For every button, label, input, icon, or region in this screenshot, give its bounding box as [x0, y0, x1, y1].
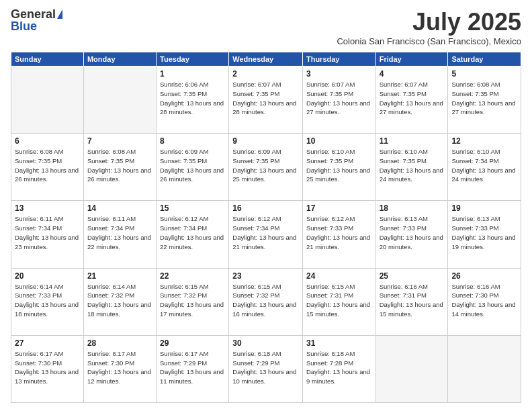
day-number: 17	[306, 203, 372, 213]
calendar-cell: 26Sunrise: 6:16 AM Sunset: 7:30 PM Dayli…	[448, 268, 521, 335]
day-number: 6	[15, 136, 80, 146]
calendar-cell: 8Sunrise: 6:09 AM Sunset: 7:35 PM Daylig…	[157, 134, 229, 201]
day-info: Sunrise: 6:13 AM Sunset: 7:33 PM Dayligh…	[451, 214, 517, 251]
calendar-cell: 7Sunrise: 6:08 AM Sunset: 7:35 PM Daylig…	[83, 134, 156, 201]
calendar-cell: 2Sunrise: 6:07 AM Sunset: 7:35 PM Daylig…	[229, 66, 303, 134]
day-info: Sunrise: 6:16 AM Sunset: 7:31 PM Dayligh…	[380, 282, 445, 319]
day-info: Sunrise: 6:15 AM Sunset: 7:32 PM Dayligh…	[232, 282, 299, 319]
day-number: 2	[232, 69, 299, 79]
calendar-header-row: Sunday Monday Tuesday Wednesday Thursday…	[11, 52, 521, 66]
day-number: 18	[380, 203, 445, 213]
calendar-cell: 27Sunrise: 6:17 AM Sunset: 7:30 PM Dayli…	[11, 335, 84, 402]
day-number: 28	[87, 338, 152, 348]
day-info: Sunrise: 6:14 AM Sunset: 7:33 PM Dayligh…	[15, 282, 80, 319]
calendar-cell: 17Sunrise: 6:12 AM Sunset: 7:33 PM Dayli…	[302, 201, 375, 268]
day-number: 16	[232, 203, 299, 213]
day-info: Sunrise: 6:07 AM Sunset: 7:35 PM Dayligh…	[232, 80, 299, 117]
day-info: Sunrise: 6:17 AM Sunset: 7:30 PM Dayligh…	[15, 349, 80, 386]
calendar-cell: 19Sunrise: 6:13 AM Sunset: 7:33 PM Dayli…	[448, 201, 521, 268]
col-sunday: Sunday	[11, 52, 84, 66]
calendar-cell	[83, 66, 156, 134]
day-info: Sunrise: 6:18 AM Sunset: 7:29 PM Dayligh…	[232, 349, 299, 386]
calendar-cell: 14Sunrise: 6:11 AM Sunset: 7:34 PM Dayli…	[83, 201, 156, 268]
day-info: Sunrise: 6:17 AM Sunset: 7:29 PM Dayligh…	[160, 349, 225, 386]
col-saturday: Saturday	[448, 52, 521, 66]
header: General Blue July 2025 Colonia San Franc…	[11, 8, 521, 46]
logo: General Blue	[11, 8, 62, 32]
calendar-week-row: 13Sunrise: 6:11 AM Sunset: 7:34 PM Dayli…	[11, 201, 521, 268]
day-info: Sunrise: 6:17 AM Sunset: 7:30 PM Dayligh…	[87, 349, 152, 386]
calendar-table: Sunday Monday Tuesday Wednesday Thursday…	[11, 52, 521, 403]
day-number: 12	[451, 136, 517, 146]
calendar-cell: 30Sunrise: 6:18 AM Sunset: 7:29 PM Dayli…	[229, 335, 303, 402]
calendar-cell: 25Sunrise: 6:16 AM Sunset: 7:31 PM Dayli…	[375, 268, 448, 335]
calendar-cell: 31Sunrise: 6:18 AM Sunset: 7:28 PM Dayli…	[302, 335, 375, 402]
day-number: 9	[232, 136, 299, 146]
calendar-cell: 11Sunrise: 6:10 AM Sunset: 7:35 PM Dayli…	[375, 134, 448, 201]
day-info: Sunrise: 6:11 AM Sunset: 7:34 PM Dayligh…	[15, 214, 80, 251]
day-number: 30	[232, 338, 299, 348]
day-info: Sunrise: 6:14 AM Sunset: 7:32 PM Dayligh…	[87, 282, 152, 319]
day-number: 3	[306, 69, 372, 79]
day-number: 15	[160, 203, 225, 213]
calendar-cell: 20Sunrise: 6:14 AM Sunset: 7:33 PM Dayli…	[11, 268, 84, 335]
calendar-cell: 3Sunrise: 6:07 AM Sunset: 7:35 PM Daylig…	[302, 66, 375, 134]
day-info: Sunrise: 6:10 AM Sunset: 7:35 PM Dayligh…	[306, 147, 372, 184]
day-number: 31	[306, 338, 372, 348]
subtitle: Colonia San Francisco (San Francisco), M…	[337, 36, 521, 46]
day-number: 5	[451, 69, 517, 79]
calendar-cell: 18Sunrise: 6:13 AM Sunset: 7:33 PM Dayli…	[375, 201, 448, 268]
page: General Blue July 2025 Colonia San Franc…	[0, 0, 532, 411]
logo-triangle-icon	[57, 9, 62, 19]
day-number: 26	[451, 271, 517, 281]
day-info: Sunrise: 6:10 AM Sunset: 7:35 PM Dayligh…	[380, 147, 445, 184]
day-number: 11	[380, 136, 445, 146]
day-number: 24	[306, 271, 372, 281]
day-info: Sunrise: 6:08 AM Sunset: 7:35 PM Dayligh…	[87, 147, 152, 184]
day-number: 23	[232, 271, 299, 281]
col-tuesday: Tuesday	[157, 52, 229, 66]
day-info: Sunrise: 6:07 AM Sunset: 7:35 PM Dayligh…	[380, 80, 445, 117]
day-info: Sunrise: 6:08 AM Sunset: 7:35 PM Dayligh…	[15, 147, 80, 184]
calendar-cell: 12Sunrise: 6:10 AM Sunset: 7:34 PM Dayli…	[448, 134, 521, 201]
day-info: Sunrise: 6:15 AM Sunset: 7:32 PM Dayligh…	[160, 282, 225, 319]
col-thursday: Thursday	[302, 52, 375, 66]
day-number: 19	[451, 203, 517, 213]
calendar-cell: 4Sunrise: 6:07 AM Sunset: 7:35 PM Daylig…	[375, 66, 448, 134]
calendar-cell: 28Sunrise: 6:17 AM Sunset: 7:30 PM Dayli…	[83, 335, 156, 402]
day-info: Sunrise: 6:11 AM Sunset: 7:34 PM Dayligh…	[87, 214, 152, 251]
calendar-cell: 10Sunrise: 6:10 AM Sunset: 7:35 PM Dayli…	[302, 134, 375, 201]
calendar-week-row: 20Sunrise: 6:14 AM Sunset: 7:33 PM Dayli…	[11, 268, 521, 335]
day-info: Sunrise: 6:12 AM Sunset: 7:33 PM Dayligh…	[306, 214, 372, 251]
day-number: 7	[87, 136, 152, 146]
day-info: Sunrise: 6:09 AM Sunset: 7:35 PM Dayligh…	[160, 147, 225, 184]
day-info: Sunrise: 6:12 AM Sunset: 7:34 PM Dayligh…	[232, 214, 299, 251]
logo-general: General	[11, 8, 56, 20]
day-number: 1	[160, 69, 225, 79]
day-info: Sunrise: 6:09 AM Sunset: 7:35 PM Dayligh…	[232, 147, 299, 184]
day-info: Sunrise: 6:15 AM Sunset: 7:31 PM Dayligh…	[306, 282, 372, 319]
month-title: July 2025	[337, 8, 521, 36]
calendar-cell: 29Sunrise: 6:17 AM Sunset: 7:29 PM Dayli…	[157, 335, 229, 402]
calendar-cell: 24Sunrise: 6:15 AM Sunset: 7:31 PM Dayli…	[302, 268, 375, 335]
day-number: 29	[160, 338, 225, 348]
day-number: 21	[87, 271, 152, 281]
day-number: 14	[87, 203, 152, 213]
day-number: 25	[380, 271, 445, 281]
day-number: 13	[15, 203, 80, 213]
calendar-week-row: 27Sunrise: 6:17 AM Sunset: 7:30 PM Dayli…	[11, 335, 521, 402]
calendar-cell: 21Sunrise: 6:14 AM Sunset: 7:32 PM Dayli…	[83, 268, 156, 335]
calendar-cell	[375, 335, 448, 402]
calendar-cell: 15Sunrise: 6:12 AM Sunset: 7:34 PM Dayli…	[157, 201, 229, 268]
calendar-week-row: 6Sunrise: 6:08 AM Sunset: 7:35 PM Daylig…	[11, 134, 521, 201]
day-info: Sunrise: 6:08 AM Sunset: 7:35 PM Dayligh…	[451, 80, 517, 117]
calendar-cell: 5Sunrise: 6:08 AM Sunset: 7:35 PM Daylig…	[448, 66, 521, 134]
col-wednesday: Wednesday	[229, 52, 303, 66]
calendar-cell: 23Sunrise: 6:15 AM Sunset: 7:32 PM Dayli…	[229, 268, 303, 335]
col-friday: Friday	[375, 52, 448, 66]
day-info: Sunrise: 6:06 AM Sunset: 7:35 PM Dayligh…	[160, 80, 225, 117]
calendar-cell: 1Sunrise: 6:06 AM Sunset: 7:35 PM Daylig…	[157, 66, 229, 134]
calendar-cell	[448, 335, 521, 402]
calendar-cell: 9Sunrise: 6:09 AM Sunset: 7:35 PM Daylig…	[229, 134, 303, 201]
day-info: Sunrise: 6:12 AM Sunset: 7:34 PM Dayligh…	[160, 214, 225, 251]
